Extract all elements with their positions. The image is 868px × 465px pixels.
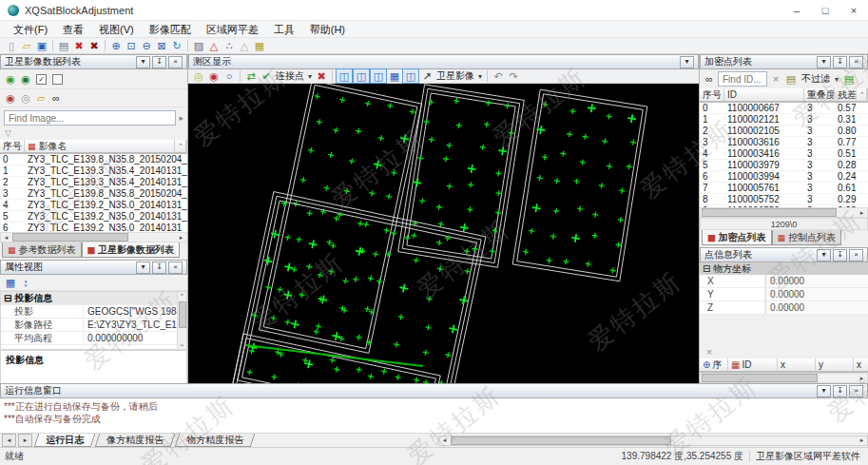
- scroll-thumb[interactable]: [702, 208, 837, 217]
- tie-point-marker[interactable]: [553, 178, 560, 184]
- table-row[interactable]: 7110000576130.61: [700, 183, 868, 194]
- clear-search-icon[interactable]: ×: [768, 72, 783, 86]
- tie-point-marker[interactable]: [391, 230, 397, 237]
- tie-point-marker[interactable]: [453, 98, 460, 105]
- tie-point-marker[interactable]: [333, 127, 339, 134]
- layer-select[interactable]: 卫星影像: [434, 69, 476, 83]
- pin-icon[interactable]: ↧: [152, 262, 166, 274]
- tie-point-marker[interactable]: [479, 144, 486, 150]
- tie-point-marker[interactable]: [373, 160, 382, 169]
- tab-point-list-1[interactable]: ▦控制点列表: [772, 230, 842, 245]
- tie-point-marker[interactable]: [579, 159, 586, 165]
- tie-point-marker[interactable]: [337, 211, 343, 218]
- tie-point-marker[interactable]: [343, 187, 350, 194]
- tie-point-marker[interactable]: [413, 178, 422, 187]
- table-row[interactable]: 4ZY3_TLC_E139.2_N35.0_20140131_L1A00: [0, 200, 187, 211]
- vector-icon[interactable]: ↗: [419, 69, 434, 83]
- tie-point-marker[interactable]: [353, 276, 359, 282]
- table-row[interactable]: 5ZY3_TLC_E139.2_N35.0_20140131_L1A00: [0, 211, 187, 223]
- tie-point-marker[interactable]: [422, 349, 429, 356]
- tie-point-marker[interactable]: [423, 119, 430, 126]
- tie-point-marker[interactable]: [316, 119, 322, 126]
- log-hscrollbar[interactable]: ◂ ▸: [438, 436, 868, 446]
- binoculars-icon[interactable]: ∞: [48, 91, 64, 105]
- scroll-left-icon[interactable]: ◂: [439, 436, 450, 444]
- tie-point-marker[interactable]: [607, 163, 613, 169]
- selected-image-edge[interactable]: [245, 345, 423, 366]
- tie-point-marker[interactable]: [323, 184, 330, 191]
- tie-point-marker[interactable]: [560, 150, 567, 157]
- object-coord-group[interactable]: ⊟ 物方坐标: [700, 262, 868, 275]
- tie-point-marker[interactable]: [284, 234, 291, 241]
- close-icon[interactable]: ×: [168, 56, 183, 68]
- tie-point-marker[interactable]: [380, 368, 387, 375]
- tie-point-marker[interactable]: [377, 135, 384, 142]
- open-icon[interactable]: ▱: [19, 39, 34, 52]
- scroll-thumb[interactable]: [179, 301, 186, 328]
- tie-point-marker[interactable]: [446, 183, 453, 189]
- scroll-up-icon[interactable]: ⌃: [180, 292, 185, 301]
- tie-point-marker[interactable]: [334, 366, 340, 373]
- tie-point-marker[interactable]: [550, 233, 557, 240]
- tie-point-marker[interactable]: [315, 323, 321, 330]
- tie-point-marker[interactable]: [585, 261, 591, 267]
- tie-point-marker[interactable]: [529, 227, 535, 234]
- filter-dropdown-icon[interactable]: ▾: [833, 75, 840, 84]
- tie-point-marker[interactable]: [485, 100, 492, 107]
- tie-point-marker[interactable]: [587, 104, 596, 113]
- search-go-icon[interactable]: ▸: [179, 113, 183, 123]
- tie-point-marker[interactable]: [455, 122, 462, 128]
- tie-point-marker[interactable]: [290, 320, 299, 329]
- overlap-view-icon[interactable]: ◫: [402, 68, 419, 84]
- tie-point-marker[interactable]: [299, 177, 306, 184]
- tab-scroll-left-icon[interactable]: ◂: [2, 434, 16, 447]
- tie-point-marker[interactable]: [357, 221, 364, 227]
- new-icon[interactable]: ▯: [4, 39, 19, 52]
- edit-check-icon[interactable]: ✔: [259, 69, 274, 83]
- export-list-icon[interactable]: ▤: [841, 72, 857, 86]
- zoom-in-icon[interactable]: ⊕: [108, 39, 124, 52]
- table-row[interactable]: 0ZY3_TLC_E139.8_N35.8_20150204_L1A00: [0, 154, 187, 165]
- tie-point-marker[interactable]: [326, 239, 333, 245]
- scroll-up-icon[interactable]: ⌃: [175, 140, 186, 153]
- tie-point-marker[interactable]: [373, 251, 379, 258]
- menu-item-5[interactable]: 工具: [266, 22, 302, 37]
- table-row[interactable]: 6ZY3_TLC_E139.2_N35.0_20140131_L1A00: [0, 223, 187, 232]
- tiepoint-hscrollbar[interactable]: ▸: [700, 207, 868, 218]
- tie-point-marker[interactable]: [328, 151, 335, 158]
- col-y-1[interactable]: y: [816, 358, 854, 372]
- menu-item-6[interactable]: 帮助(H): [302, 22, 353, 37]
- tie-point-marker[interactable]: [489, 248, 495, 255]
- report-tab-2[interactable]: 物方精度报告: [175, 434, 256, 447]
- col-residual[interactable]: 残差: [835, 88, 857, 102]
- tie-point-marker[interactable]: [435, 203, 442, 210]
- tie-point-marker[interactable]: [397, 314, 404, 320]
- tie-point-marker[interactable]: [592, 211, 599, 218]
- close-icon[interactable]: ×: [839, 0, 868, 20]
- tie-point-marker[interactable]: [598, 183, 605, 189]
- tie-point-marker[interactable]: [411, 232, 417, 239]
- tie-point-marker[interactable]: [428, 136, 434, 143]
- tie-point-marker[interactable]: [573, 178, 580, 184]
- table-row[interactable]: 2ZY3_TLC_E139.3_N35.4_20140131_L1A00: [0, 177, 187, 188]
- tie-point-marker[interactable]: [536, 175, 543, 182]
- col-x-0[interactable]: x: [778, 358, 816, 372]
- pin-icon[interactable]: ↧: [833, 56, 847, 68]
- table-row[interactable]: 6110000399430.24: [700, 171, 868, 183]
- coord-row[interactable]: Y0.00000: [700, 288, 868, 301]
- scroll-right-icon[interactable]: ▸: [857, 209, 867, 217]
- col-id[interactable]: ID: [724, 88, 804, 102]
- binoculars-icon[interactable]: ∞: [702, 72, 717, 86]
- clear-point-icon[interactable]: ×: [702, 345, 717, 358]
- tie-point-marker[interactable]: [367, 275, 374, 281]
- tie-point-marker[interactable]: [369, 190, 376, 197]
- zoom-window-icon[interactable]: ⊡: [124, 39, 139, 52]
- close-icon[interactable]: ×: [849, 385, 863, 397]
- tie-point-marker[interactable]: [582, 133, 588, 140]
- adjust-icon[interactable]: △: [206, 39, 222, 52]
- tie-point-marker[interactable]: [508, 129, 514, 136]
- tie-point-marker[interactable]: [394, 341, 400, 348]
- tie-point-marker[interactable]: [591, 232, 598, 239]
- tie-point-marker[interactable]: [523, 248, 530, 255]
- tie-point-marker[interactable]: [376, 278, 382, 284]
